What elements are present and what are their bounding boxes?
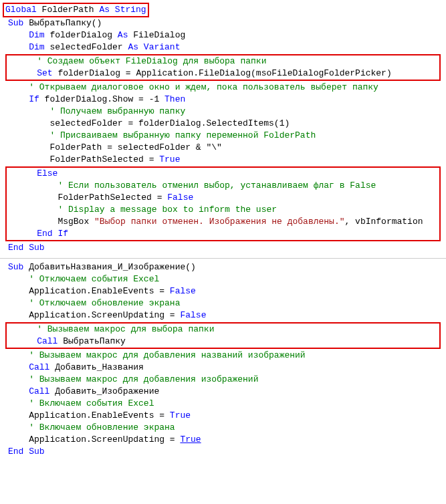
code-line: Call Добавить_Названия xyxy=(0,362,446,374)
code-line: Application.EnableEvents = False xyxy=(0,285,446,297)
code-line: FolderPath = selectedFolder & "\" xyxy=(0,142,446,154)
keyword-set: Set xyxy=(16,68,53,78)
keyword-if: If xyxy=(8,94,39,104)
keyword-string: String xyxy=(115,5,146,15)
code-line: Application.ScreenUpdating = True xyxy=(0,434,446,446)
code-line: MsgBox "Выбор папки отменен. Изображения… xyxy=(8,216,438,228)
comment-line: ' Включаем обновление экрана xyxy=(0,422,446,434)
highlight-box-3: Else ' Если пользователь отменил выбор, … xyxy=(5,166,441,241)
keyword-call: Call xyxy=(16,336,58,346)
code-text: FolderPath xyxy=(37,5,100,15)
code-text: folderDialog = Application.FileDialog(ms… xyxy=(53,68,392,78)
keyword-true: True xyxy=(180,434,201,445)
code-text: Добавить_Названия xyxy=(49,362,143,372)
code-line: Application.ScreenUpdating = False xyxy=(0,309,446,322)
code-line: Application.EnableEvents = True xyxy=(0,410,446,422)
keyword-then: Then xyxy=(164,94,185,104)
comment-line: ' Вызываем макрос для выбора папки xyxy=(8,324,438,336)
comment-line: ' Если пользователь отменил выбор, устан… xyxy=(8,180,438,192)
code-line: Dim selectedFolder As Variant xyxy=(0,41,446,53)
code-text: selectedFolder xyxy=(45,42,128,52)
keyword-as: As xyxy=(99,5,114,15)
code-line: End Sub xyxy=(0,446,446,458)
code-line: Sub ДобавитьНазвания_И_Изображение() xyxy=(0,261,446,273)
code-line: FolderPathSelected = False xyxy=(8,192,438,204)
keyword-endif: End If xyxy=(16,229,68,239)
keyword-call: Call xyxy=(8,386,49,396)
code-text: Application.EnableEvents = xyxy=(8,410,170,420)
keyword-call: Call xyxy=(8,362,49,372)
comment-line: ' Открываем диалоговое окно и ждем, пока… xyxy=(0,82,446,94)
code-text: Добавить_Изображение xyxy=(49,386,159,396)
keyword-else: Else xyxy=(16,168,58,178)
code-line: Dim folderDialog As FileDialog xyxy=(0,29,446,41)
code-text: ВыбратьПапку xyxy=(58,336,125,346)
comment-line: ' Включаем события Excel xyxy=(0,398,446,410)
keyword-global: Global xyxy=(5,5,37,15)
keyword-sub: Sub xyxy=(8,262,23,272)
code-view: Global FolderPath As String Sub ВыбратьП… xyxy=(0,3,446,458)
code-text: Application.ScreenUpdating = xyxy=(8,434,180,445)
code-text: Application.EnableEvents = xyxy=(8,286,170,296)
code-line: Call ВыбратьПапку xyxy=(8,336,438,348)
sub-name: ДобавитьНазвания_И_Изображение() xyxy=(23,262,195,272)
comment-line: ' Вызываем макрос для добавления изображ… xyxy=(0,374,446,386)
keyword-as: As xyxy=(118,30,128,40)
code-text: FolderPathSelected = xyxy=(16,193,167,203)
code-line: If folderDialog.Show = -1 Then xyxy=(0,94,446,106)
comment-line: ' Присваиваем выбранную папку переменной… xyxy=(0,130,446,142)
code-text: , vbInformation xyxy=(345,217,423,227)
code-line: Set folderDialog = Application.FileDialo… xyxy=(8,68,438,80)
code-text: folderDialog xyxy=(45,30,118,40)
code-text: Application.ScreenUpdating = xyxy=(8,310,180,320)
keyword-false: False xyxy=(167,193,193,203)
comment-line: ' Вызываем макрос для добавления названи… xyxy=(0,350,446,362)
keyword-false: False xyxy=(180,310,206,320)
comment-line: ' Display a message box to inform the us… xyxy=(8,204,438,216)
code-text: FolderPathSelected = xyxy=(8,154,159,164)
keyword-false: False xyxy=(170,286,196,296)
code-text: FileDialog xyxy=(128,30,185,40)
keyword-true: True xyxy=(159,154,180,164)
comment-line: ' Отключаем события Excel xyxy=(0,273,446,285)
comment-line: ' Создаем объект FileDialog для выбора п… xyxy=(8,55,438,68)
keyword-as-variant: As Variant xyxy=(128,42,180,52)
highlight-box-2: ' Создаем объект FileDialog для выбора п… xyxy=(5,54,441,81)
keyword-true: True xyxy=(170,410,191,420)
keyword-sub: Sub xyxy=(8,18,23,28)
comment-line: ' Отключаем обновление экрана xyxy=(0,297,446,309)
code-line: Else xyxy=(8,168,438,180)
code-line: Sub ВыбратьПапку() xyxy=(0,17,446,29)
code-line: End If xyxy=(8,228,438,240)
highlight-box-1: Global FolderPath As String xyxy=(3,3,149,17)
code-line: FolderPathSelected = True xyxy=(0,154,446,166)
string-literal: "Выбор папки отменен. Изображения не доб… xyxy=(94,217,344,227)
keyword-dim: Dim xyxy=(8,42,45,52)
highlight-box-4: ' Вызываем макрос для выбора папки Call … xyxy=(5,322,441,349)
code-text: folderDialog.Show = -1 xyxy=(39,94,164,104)
code-line: Call Добавить_Изображение xyxy=(0,386,446,398)
keyword-endsub: End Sub xyxy=(8,243,45,253)
comment-line: ' Получаем выбранную папку xyxy=(0,106,446,118)
keyword-dim: Dim xyxy=(8,30,45,40)
keyword-endsub: End Sub xyxy=(8,447,45,457)
code-line: End Sub xyxy=(0,242,446,254)
sub-name: ВыбратьПапку() xyxy=(23,18,102,28)
divider xyxy=(0,258,446,259)
code-text: MsgBox xyxy=(16,217,94,227)
code-line: selectedFolder = folderDialog.SelectedIt… xyxy=(0,118,446,130)
